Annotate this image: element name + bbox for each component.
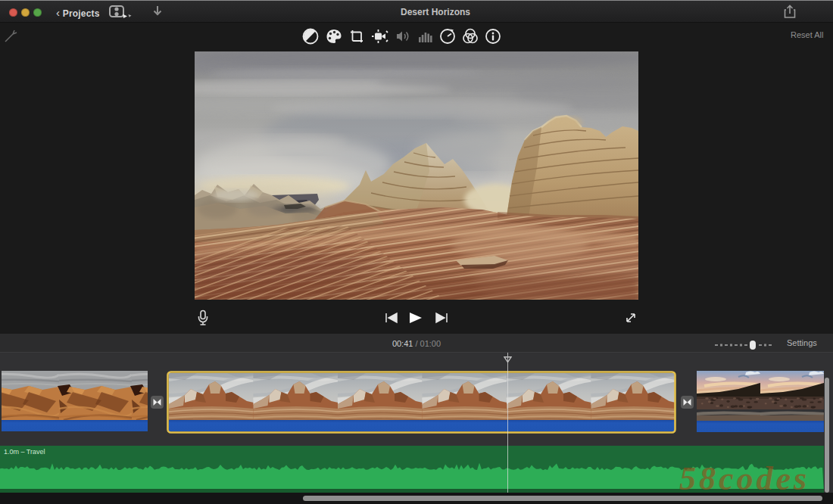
svg-text:1.0m – Travel: 1.0m – Travel — [4, 448, 45, 456]
